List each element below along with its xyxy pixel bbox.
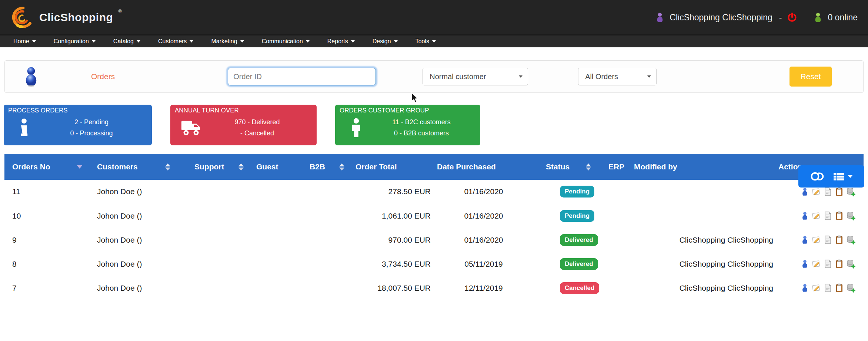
customer-icon[interactable]	[800, 283, 809, 293]
orders-person-icon	[21, 66, 41, 87]
edit-icon[interactable]	[812, 235, 821, 244]
toggle-view-button[interactable]	[810, 171, 825, 182]
invoice-icon[interactable]	[823, 283, 832, 293]
nav-label: Customers	[158, 38, 187, 45]
order-total-cell: 278.50 EUR	[355, 180, 437, 204]
col-header-guest[interactable]: Guest	[252, 154, 305, 180]
edit-icon[interactable]	[812, 259, 821, 269]
b2b-cell	[305, 180, 355, 204]
nav-item-reports[interactable]: Reports	[318, 35, 364, 48]
sort-icon[interactable]	[586, 163, 591, 170]
add-record-icon[interactable]	[846, 259, 855, 269]
status-cell: Delivered	[530, 228, 604, 252]
add-record-icon[interactable]	[846, 235, 855, 244]
packing-slip-icon[interactable]	[835, 235, 844, 244]
table-row[interactable]: 10 Johon Doe () 1,061.00 EUR 01/16/2020 …	[4, 204, 864, 228]
sort-desc-icon[interactable]	[77, 165, 82, 169]
table-row[interactable]: 8 Johon Doe () 3,734.50 EUR 05/11/2019 D…	[4, 252, 864, 276]
order-no-cell: 7	[4, 276, 93, 300]
status-cell: Pending	[530, 180, 604, 204]
add-record-icon[interactable]	[846, 187, 855, 196]
customer-cell: Johon Doe ()	[93, 252, 190, 276]
nav-label: Configuration	[54, 38, 89, 45]
col-label: Status	[546, 162, 570, 171]
support-cell	[190, 204, 252, 228]
col-header-date-purchased[interactable]: Date Purchased	[437, 154, 530, 180]
chevron-down-icon	[137, 40, 140, 43]
order-no-cell: 10	[4, 204, 93, 228]
sort-icon[interactable]	[238, 163, 244, 170]
col-header-orders-no[interactable]: Orders No	[4, 154, 93, 180]
brand[interactable]: ClicShopping ®	[10, 6, 122, 29]
order-status-select[interactable]: All Orders	[578, 68, 657, 85]
customer-icon[interactable]	[800, 211, 809, 220]
table-row[interactable]: 7 Johon Doe () 18,007.50 EUR 12/11/2019 …	[4, 276, 864, 300]
invoice-icon[interactable]	[823, 187, 832, 196]
support-cell	[190, 228, 252, 252]
chevron-down-icon	[848, 175, 853, 178]
chevron-down-icon	[32, 40, 36, 43]
invoice-icon[interactable]	[823, 211, 832, 220]
logout-power-icon[interactable]	[787, 12, 797, 23]
customer-icon[interactable]	[800, 259, 809, 269]
edit-icon[interactable]	[812, 283, 821, 293]
nav-item-customers[interactable]: Customers	[149, 35, 202, 48]
nav-item-design[interactable]: Design	[364, 35, 407, 48]
sort-icon[interactable]	[339, 163, 344, 170]
sort-icon[interactable]	[165, 163, 170, 170]
screen: ClicShopping ® ClicShopping ClicShopping…	[0, 0, 868, 341]
col-header-support[interactable]: Support	[190, 154, 252, 180]
add-record-icon[interactable]	[846, 211, 855, 220]
packing-slip-icon[interactable]	[835, 211, 844, 220]
admin-user-name[interactable]: ClicShopping ClicShopping	[670, 13, 772, 23]
status-badge: Pending	[560, 186, 594, 197]
mouse-cursor	[410, 92, 419, 104]
customer-cell: Johon Doe ()	[93, 180, 190, 204]
customer-icon[interactable]	[800, 187, 809, 196]
customer-cell: Johon Doe ()	[93, 204, 190, 228]
packing-slip-icon[interactable]	[835, 283, 844, 293]
table-row[interactable]: 9 Johon Doe () 970.00 EUR 01/16/2020 Del…	[4, 228, 864, 252]
edit-icon[interactable]	[812, 211, 821, 220]
col-header-erp[interactable]: ERP	[604, 154, 634, 180]
nav-item-home[interactable]: Home	[4, 35, 45, 48]
card-title: PROCESS ORDERS	[8, 107, 147, 114]
date-purchased-cell: 12/11/2019	[437, 276, 530, 300]
table-row[interactable]: 11 Johon Doe () 278.50 EUR 01/16/2020 Pe…	[4, 180, 864, 204]
invoice-icon[interactable]	[823, 259, 832, 269]
customer-group-select[interactable]: Normal customer	[423, 68, 528, 85]
col-label: Support	[194, 162, 224, 171]
card-line: 0 - B2B customers	[367, 128, 476, 139]
customer-group-value: Normal customer	[430, 72, 486, 81]
nav-item-catalog[interactable]: Catalog	[104, 35, 149, 48]
col-header-b2b[interactable]: B2B	[305, 154, 355, 180]
packing-slip-icon[interactable]	[835, 187, 844, 196]
col-header-status[interactable]: Status	[530, 154, 604, 180]
nav-item-marketing[interactable]: Marketing	[202, 35, 253, 48]
invoice-icon[interactable]	[823, 235, 832, 244]
date-purchased-cell: 01/16/2020	[437, 180, 530, 204]
status-badge: Pending	[560, 210, 594, 222]
add-record-icon[interactable]	[846, 283, 855, 293]
col-header-modified-by[interactable]: Modified by	[634, 154, 778, 180]
date-purchased-cell: 01/16/2020	[437, 204, 530, 228]
table-header-row: Orders No Customers Support Guest B2B Or…	[4, 154, 864, 180]
support-cell	[190, 180, 252, 204]
list-view-button[interactable]	[833, 171, 853, 182]
col-header-customers[interactable]: Customers	[93, 154, 190, 180]
order-id-input[interactable]	[228, 68, 376, 85]
card-process-orders: PROCESS ORDERS 2 - Pending 0 - Processin…	[4, 105, 152, 145]
packing-slip-icon[interactable]	[835, 259, 844, 269]
customer-icon[interactable]	[800, 235, 809, 244]
nav-item-communication[interactable]: Communication	[253, 35, 318, 48]
col-header-order-total[interactable]: Order Total	[355, 154, 437, 180]
online-count: 0 online	[828, 13, 858, 23]
actions-cell	[778, 228, 864, 252]
col-label: Order Total	[355, 162, 397, 171]
chevron-down-icon	[306, 40, 310, 43]
reset-button[interactable]: Reset	[789, 67, 832, 87]
nav-item-configuration[interactable]: Configuration	[45, 35, 104, 48]
b2b-cell	[305, 204, 355, 228]
nav-item-tools[interactable]: Tools	[407, 35, 445, 48]
edit-icon[interactable]	[812, 187, 821, 196]
